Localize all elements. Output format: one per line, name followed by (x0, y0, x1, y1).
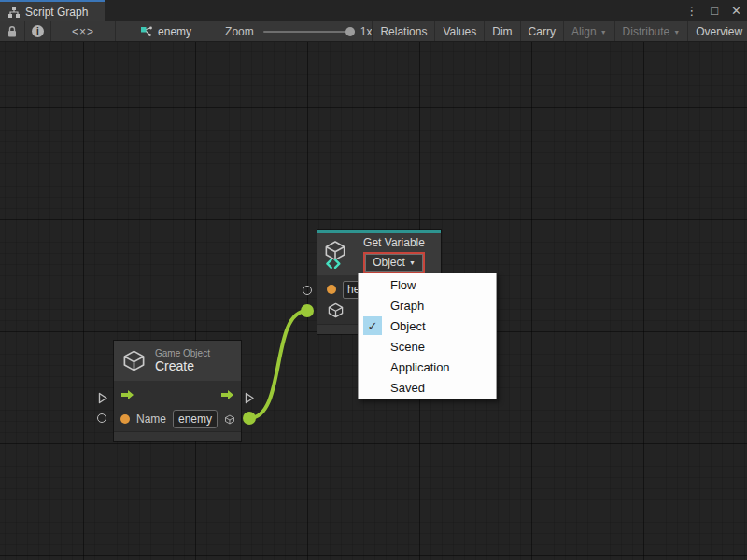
menu-item-scene[interactable]: Scene (359, 336, 496, 357)
graph-tab-icon (7, 6, 21, 19)
info-icon: i (32, 25, 44, 37)
toolbar: i <×> enemy Zoom 1x Relations Values Dim… (0, 21, 747, 42)
scope-dropdown-selection-highlight: Object ▼ (363, 252, 425, 273)
node-title: Create (155, 358, 210, 373)
zoom-slider-track[interactable] (263, 31, 355, 33)
create-node-footer (114, 431, 241, 441)
game-object-cube-icon (121, 348, 147, 373)
code-icon: <×> (72, 25, 94, 38)
flow-input-arrow-icon[interactable] (120, 387, 135, 402)
zoom-slider-handle[interactable] (345, 27, 355, 36)
object-input-port-icon[interactable] (327, 301, 345, 319)
align-button[interactable]: Align ▼ (563, 21, 614, 41)
wire-endpoint-source[interactable] (243, 412, 256, 425)
create-node-header[interactable]: Game Object Create (114, 341, 241, 381)
scope-dropdown-value: Object (373, 256, 405, 269)
lock-icon (7, 25, 18, 38)
graph-canvas[interactable]: Game Object Create Name enemy (0, 42, 747, 560)
graph-breadcrumb[interactable]: enemy (140, 21, 191, 41)
code-view-button[interactable]: <×> (51, 21, 116, 41)
dim-button[interactable]: Dim (484, 21, 519, 41)
name-port-label: Name (136, 413, 166, 426)
info-button[interactable]: i (25, 21, 51, 41)
node-title: Get Variable (363, 236, 425, 249)
create-node-body: Name enemy (114, 381, 241, 431)
menu-item-application[interactable]: Application (359, 357, 496, 377)
menu-item-graph[interactable]: Graph (359, 295, 496, 315)
get-variable-icon (323, 241, 347, 269)
toolbar-right-group: Relations Values Dim Carry Align ▼ Distr… (372, 21, 747, 41)
node-category-label: Game Object (155, 348, 210, 358)
create-node-titles: Game Object Create (155, 348, 210, 373)
name-port-row: Name enemy (120, 407, 235, 431)
window-controls: ⋮ □ ✕ (685, 0, 741, 21)
string-port-icon[interactable] (327, 285, 336, 294)
flow-output-port[interactable] (244, 391, 255, 405)
wire-endpoint-target[interactable] (301, 304, 314, 317)
values-button[interactable]: Values (434, 21, 484, 41)
zoom-slider[interactable] (263, 21, 355, 41)
window-menu-icon[interactable]: ⋮ (685, 5, 698, 17)
lock-button[interactable] (0, 21, 25, 41)
distribute-button[interactable]: Distribute ▼ (614, 21, 688, 41)
align-label: Align (571, 25, 597, 38)
flow-port-row (120, 383, 235, 407)
menu-item-object[interactable]: ✓ Object (359, 315, 496, 336)
zoom-value: 1x (360, 21, 373, 41)
checkmark-icon: ✓ (363, 316, 382, 335)
scope-dropdown-menu: Flow Graph ✓ Object Scene Application Sa… (358, 273, 497, 399)
string-port-icon[interactable] (120, 414, 130, 424)
flow-output-arrow-icon[interactable] (220, 387, 235, 402)
maximize-icon[interactable]: □ (711, 5, 718, 17)
relations-button[interactable]: Relations (372, 21, 434, 41)
script-graph-asset-icon (140, 25, 153, 38)
chevron-down-icon: ▼ (409, 259, 416, 266)
menu-item-object-label: Object (390, 319, 426, 333)
distribute-label: Distribute (623, 25, 670, 38)
graph-name-label: enemy (158, 25, 191, 38)
chevron-down-icon: ▼ (673, 29, 680, 35)
close-icon[interactable]: ✕ (731, 5, 741, 17)
game-object-output-port-icon[interactable] (224, 411, 235, 428)
name-input[interactable]: enemy (173, 410, 218, 428)
get-variable-head-column: Get Variable Object ▼ (351, 236, 437, 273)
tab-label: Script Graph (25, 6, 88, 19)
connection-wire[interactable] (249, 311, 307, 418)
variable-name-port[interactable] (303, 286, 312, 295)
menu-item-flow[interactable]: Flow (359, 274, 496, 295)
flow-input-port[interactable] (97, 391, 108, 405)
tab-bar: Script Graph ⋮ □ ✕ (0, 0, 747, 21)
zoom-label: Zoom (225, 21, 254, 41)
scope-dropdown[interactable]: Object ▼ (365, 254, 423, 272)
chevron-down-icon: ▼ (600, 29, 607, 35)
overview-button[interactable]: Overview (687, 21, 747, 41)
name-input-port[interactable] (97, 413, 106, 423)
create-game-object-node[interactable]: Game Object Create Name enemy (114, 341, 241, 441)
carry-button[interactable]: Carry (520, 21, 563, 41)
tab-script-graph[interactable]: Script Graph (0, 0, 105, 21)
menu-item-saved[interactable]: Saved (359, 377, 496, 398)
get-variable-header[interactable]: Get Variable Object ▼ (317, 233, 441, 275)
